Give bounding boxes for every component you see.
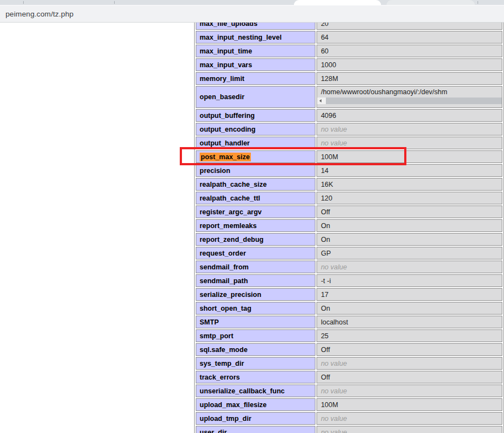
- config-value-cell: 20: [317, 23, 502, 30]
- horizontal-scrollbar[interactable]: [317, 98, 502, 104]
- table-row: sendmail_fromno value: [196, 261, 502, 273]
- config-key-cell: upload_tmp_dir: [196, 412, 315, 425]
- table-row: register_argc_argvOff: [196, 205, 502, 218]
- config-key-cell: output_encoding: [196, 123, 315, 136]
- inactive-tab[interactable]: [387, 0, 475, 5]
- config-value-cell: no value: [317, 412, 502, 425]
- table-row: max_input_time60: [196, 45, 502, 57]
- config-value-cell: 128M: [317, 72, 502, 85]
- config-key-cell: SMTP: [196, 316, 315, 328]
- config-key-cell: output_buffering: [196, 109, 315, 122]
- config-key-cell: realpath_cache_size: [196, 178, 315, 191]
- table-row: max_input_vars1000: [196, 58, 502, 71]
- table-row: sendmail_path -t -i: [196, 274, 502, 287]
- config-key-cell: upload_max_filesize: [196, 398, 315, 411]
- table-row: output_encodingno value: [196, 123, 502, 136]
- table-row: track_errorsOff: [196, 371, 502, 383]
- config-key-cell: sys_temp_dir: [196, 357, 315, 370]
- config-value-cell: 60: [317, 45, 502, 57]
- config-value-cell: 16K: [317, 178, 502, 191]
- browser-tab-strip: [0, 0, 504, 5]
- table-row: report_zend_debugOn: [196, 233, 502, 246]
- config-value-cell: 14: [317, 164, 502, 177]
- config-key-cell: smtp_port: [196, 329, 315, 342]
- config-value-cell: 17: [317, 288, 502, 301]
- config-value-cell: 25: [317, 329, 502, 342]
- table-row: open_basedir/home/wwwroot/oushangmaoyi/:…: [196, 86, 502, 108]
- tab-divider: [478, 1, 478, 4]
- config-key-cell: report_zend_debug: [196, 233, 315, 246]
- config-value-cell: 1000: [317, 58, 502, 71]
- config-value-cell: no value: [317, 426, 502, 433]
- table-row: serialize_precision17: [196, 288, 502, 301]
- config-key-cell: request_order: [196, 247, 315, 259]
- config-value-cell: /home/wwwroot/oushangmaoyi/:/dev/shm: [317, 86, 502, 108]
- table-row: short_open_tagOn: [196, 302, 502, 315]
- config-value-cell: On: [317, 302, 502, 315]
- config-key-cell: short_open_tag: [196, 302, 315, 315]
- config-value-cell: 100M: [317, 398, 502, 411]
- annotation-red-box: [180, 147, 406, 165]
- config-key-cell: sql.safe_mode: [196, 343, 315, 356]
- active-tab[interactable]: [294, 0, 381, 5]
- table-row: sys_temp_dirno value: [196, 357, 502, 370]
- config-key-cell: user_dir: [196, 426, 315, 433]
- table-row: realpath_cache_ttl120: [196, 192, 502, 204]
- config-value-cell: Off: [317, 343, 502, 356]
- config-key-cell: max_input_nesting_level: [196, 31, 315, 44]
- config-key-cell: realpath_cache_ttl: [196, 192, 315, 204]
- config-value-cell: localhost: [317, 316, 502, 328]
- table-row: precision14: [196, 164, 502, 177]
- table-row: upload_max_filesize100M: [196, 398, 502, 411]
- config-key-cell: max_input_vars: [196, 58, 315, 71]
- config-value-cell: On: [317, 233, 502, 246]
- open-basedir-path: /home/wwwroot/oushangmaoyi/:/dev/shm: [317, 86, 502, 96]
- config-key-cell: track_errors: [196, 371, 315, 383]
- table-row: realpath_cache_size16K: [196, 178, 502, 191]
- config-key-cell: sendmail_from: [196, 261, 315, 273]
- table-row: request_orderGP: [196, 247, 502, 259]
- table-row: max_input_nesting_level64: [196, 31, 502, 44]
- url-text[interactable]: peimeng.com/tz.php: [0, 10, 73, 18]
- config-value-cell: 120: [317, 192, 502, 204]
- config-key-cell: unserialize_callback_func: [196, 385, 315, 397]
- scroll-left-arrow-icon[interactable]: [317, 98, 324, 104]
- config-value-cell: no value: [317, 385, 502, 397]
- tab-divider: [114, 1, 115, 4]
- config-value-cell: Off: [317, 205, 502, 218]
- config-key-cell: serialize_precision: [196, 288, 315, 301]
- config-value-cell: Off: [317, 371, 502, 383]
- table-row: max_file_uploads20: [196, 23, 502, 30]
- table-row: output_buffering4096: [196, 109, 502, 122]
- config-value-cell: 4096: [317, 109, 502, 122]
- config-value-cell: On: [317, 219, 502, 232]
- table-row: sql.safe_modeOff: [196, 343, 502, 356]
- table-row: unserialize_callback_funcno value: [196, 385, 502, 397]
- config-key-cell: report_memleaks: [196, 219, 315, 232]
- config-value-cell: -t -i: [317, 274, 502, 287]
- tab-divider: [23, 1, 24, 4]
- config-value-cell: 64: [317, 31, 502, 44]
- page-content: max_file_uploads20max_input_nesting_leve…: [0, 23, 504, 433]
- table-row: user_dirno value: [196, 426, 502, 433]
- scrollbar-thumb[interactable]: [326, 98, 502, 104]
- config-key-cell: max_input_time: [196, 45, 315, 57]
- config-value-cell: no value: [317, 357, 502, 370]
- browser-address-bar[interactable]: peimeng.com/tz.php: [0, 5, 504, 23]
- config-key-cell: open_basedir: [196, 86, 315, 108]
- table-row: report_memleaksOn: [196, 219, 502, 232]
- config-key-cell: sendmail_path: [196, 274, 315, 287]
- config-value-cell: GP: [317, 247, 502, 259]
- config-value-cell: no value: [317, 261, 502, 273]
- table-row: smtp_port25: [196, 329, 502, 342]
- config-table-body: max_file_uploads20max_input_nesting_leve…: [196, 23, 502, 433]
- table-row: upload_tmp_dirno value: [196, 412, 502, 425]
- table-row: memory_limit128M: [196, 72, 502, 85]
- config-key-cell: memory_limit: [196, 72, 315, 85]
- config-value-cell: no value: [317, 123, 502, 136]
- config-key-cell: max_file_uploads: [196, 23, 315, 30]
- config-key-cell: register_argc_argv: [196, 205, 315, 218]
- table-row: SMTPlocalhost: [196, 316, 502, 328]
- config-key-cell: precision: [196, 164, 315, 177]
- php-config-table: max_file_uploads20max_input_nesting_leve…: [194, 23, 504, 433]
